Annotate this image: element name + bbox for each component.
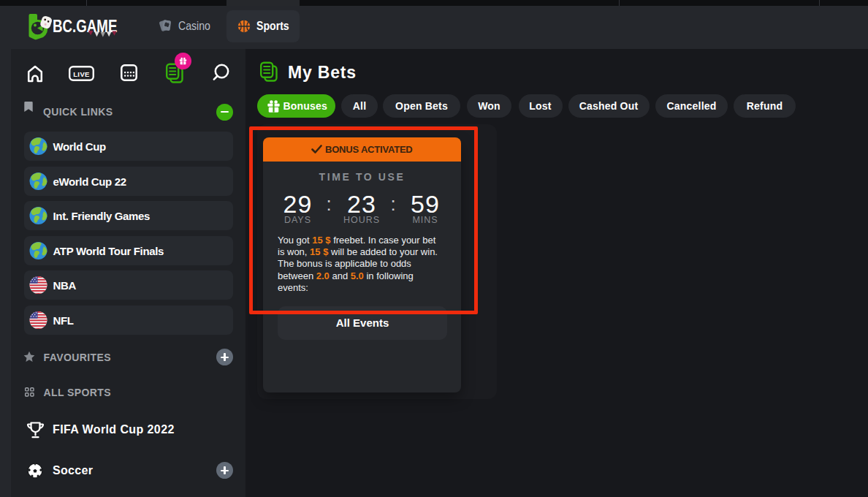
svg-text:LIVE: LIVE (73, 70, 90, 78)
